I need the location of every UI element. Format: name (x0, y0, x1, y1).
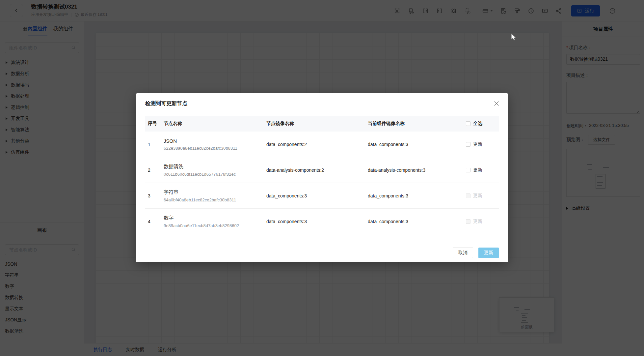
confirm-update-button[interactable]: 更新 (478, 248, 499, 258)
update-label: 更新 (473, 193, 482, 199)
node-image-name: data_components:3 (266, 219, 368, 224)
node-name: 数字 (164, 215, 266, 221)
current-image-name: data_components:3 (368, 219, 463, 224)
row-update-cell: 更新 (463, 167, 499, 173)
update-nodes-modal: 检测到可更新节点 序号 节点名称 节点镜像名称 当前组件镜像名称 全选 1 (136, 93, 508, 262)
update-label: 更新 (473, 219, 482, 224)
row-name-cell: 数据清洗 0c611b60c6df11ecb1d65776178f32ec (164, 163, 266, 177)
node-image-name: data_components:3 (266, 193, 368, 198)
update-checkbox[interactable] (466, 193, 470, 198)
table-header-row: 序号 节点名称 节点镜像名称 当前组件镜像名称 全选 (145, 116, 499, 132)
col-header-current: 当前组件镜像名称 (368, 121, 463, 127)
current-image-name: data_components:3 (368, 193, 463, 198)
row-name-cell: JSON 622e38a0a8eb11ec82ce2bafc30b8311 (164, 138, 266, 151)
row-update-cell: 更新 (463, 193, 499, 199)
current-image-name: data-analysis-components:3 (368, 167, 463, 173)
cancel-button[interactable]: 取消 (453, 248, 473, 258)
node-id: 0c611b60c6df11ecb1d65776178f32ec (164, 172, 266, 177)
modal-footer: 取消 更新 (453, 248, 499, 258)
col-header-select-all: 全选 (463, 121, 499, 127)
table-row: 4 数字 9e89acb0aa6e11ecb8d7ab3eb8298602 da… (145, 209, 499, 234)
node-name: JSON (164, 138, 266, 144)
row-update-cell: 更新 (463, 141, 499, 147)
select-all-label: 全选 (473, 121, 482, 127)
row-index: 2 (145, 167, 164, 173)
node-id: 64a0bf40a8eb11ec82ce2bafc30b8311 (164, 197, 266, 202)
node-id: 9e89acb0aa6e11ecb8d7ab3eb8298602 (164, 223, 266, 228)
update-label: 更新 (473, 167, 482, 173)
node-name: 数据清洗 (164, 163, 266, 170)
update-nodes-table: 序号 节点名称 节点镜像名称 当前组件镜像名称 全选 1 JSON 622e38… (145, 116, 499, 234)
row-update-cell: 更新 (463, 219, 499, 224)
node-image-name: data_components:2 (266, 142, 368, 147)
row-name-cell: 字符串 64a0bf40a8eb11ec82ce2bafc30b8311 (164, 189, 266, 202)
table-row: 2 数据清洗 0c611b60c6df11ecb1d65776178f32ec … (145, 157, 499, 183)
update-checkbox[interactable] (466, 142, 470, 147)
row-index: 1 (145, 142, 164, 147)
app-window: 数据转换测试0321 应用开发项目-编辑中 最近保存 18:01 (0, 0, 644, 356)
col-header-no: 序号 (145, 121, 164, 127)
table-row: 3 字符串 64a0bf40a8eb11ec82ce2bafc30b8311 d… (145, 183, 499, 209)
table-row: 1 JSON 622e38a0a8eb11ec82ce2bafc30b8311 … (145, 132, 499, 157)
node-image-name: data-analysis-components:2 (266, 167, 368, 173)
table-body: 1 JSON 622e38a0a8eb11ec82ce2bafc30b8311 … (145, 132, 499, 234)
select-all-checkbox[interactable] (466, 121, 470, 126)
update-checkbox[interactable] (466, 168, 470, 172)
update-label: 更新 (473, 141, 482, 147)
row-index: 3 (145, 193, 164, 198)
row-index: 4 (145, 219, 164, 224)
close-icon[interactable] (493, 100, 500, 107)
modal-title: 检测到可更新节点 (136, 93, 508, 107)
current-image-name: data_components:3 (368, 142, 463, 147)
row-name-cell: 数字 9e89acb0aa6e11ecb8d7ab3eb8298602 (164, 215, 266, 228)
col-header-image: 节点镜像名称 (266, 121, 368, 127)
col-header-name: 节点名称 (164, 121, 266, 127)
update-checkbox[interactable] (466, 219, 470, 224)
node-id: 622e38a0a8eb11ec82ce2bafc30b8311 (164, 146, 266, 151)
node-name: 字符串 (164, 189, 266, 195)
